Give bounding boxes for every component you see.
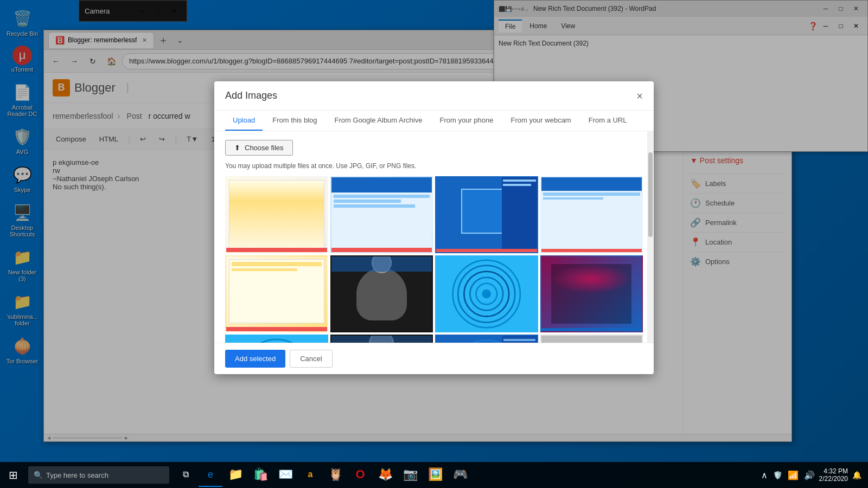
choose-files-button[interactable]: ⬆ Choose files (225, 140, 293, 156)
opera-app[interactable]: O (348, 463, 372, 487)
chevron-up-icon[interactable]: ∧ (761, 470, 768, 480)
volume-icon[interactable]: 🔊 (804, 470, 815, 480)
thumbnail-11[interactable] (435, 335, 538, 343)
modal-scroll-thumb (648, 152, 653, 237)
store-app[interactable]: 🛍️ (248, 463, 272, 487)
game-app[interactable]: 🎮 (448, 463, 472, 487)
upload-icon: ⬆ (234, 144, 240, 152)
thumbnail-7[interactable] (435, 255, 538, 332)
thumbnail-12[interactable] (540, 335, 643, 343)
date-display: 2/22/2020 (819, 475, 848, 483)
taskbar-right: ∧ 🛡️ 📶 🔊 4:32 PM 2/22/2020 🔔 (761, 467, 868, 483)
modal-tab-from-phone[interactable]: From your phone (432, 111, 501, 131)
file-explorer-app[interactable]: 📁 (224, 463, 247, 487)
tripadvisor-app[interactable]: 🦉 (323, 463, 347, 487)
thumbnail-2[interactable] (330, 176, 433, 253)
photos-app[interactable]: 🖼️ (423, 463, 447, 487)
taskbar-apps: ⧉ e 📁 🛍️ ✉️ a 🦉 O 🦊 📷 🖼️ 🎮 (174, 463, 472, 487)
antivirus-taskbar-icon[interactable]: 🛡️ (773, 471, 782, 479)
network-icon[interactable]: 📶 (788, 470, 799, 480)
thumbnail-9[interactable] (225, 335, 328, 343)
modal-tab-from-webcam[interactable]: From your webcam (503, 111, 578, 131)
taskbar: ⊞ 🔍 ⧉ e 📁 🛍️ ✉️ a 🦉 O 🦊 📷 🖼️ 🎮 ∧ 🛡️ 📶 🔊 (0, 462, 868, 488)
images-grid (225, 176, 643, 343)
notifications-button[interactable]: 🔔 (852, 471, 861, 479)
cancel-modal-button[interactable]: Cancel (290, 350, 332, 368)
thumbnail-10[interactable] (330, 335, 433, 343)
modal-scrollbar[interactable] (647, 131, 654, 343)
camera-app[interactable]: 📷 (398, 463, 422, 487)
svg-point-6 (243, 339, 310, 343)
thumbnail-5[interactable] (225, 255, 328, 332)
amazon-app[interactable]: a (298, 463, 322, 487)
upload-hint: You may upload multiple files at once. U… (225, 162, 643, 170)
modal-tab-from-blog[interactable]: From this blog (265, 111, 324, 131)
time-display: 4:32 PM (819, 467, 848, 475)
modal-tab-upload[interactable]: Upload (225, 111, 263, 131)
thumbnail-6[interactable] (330, 255, 433, 332)
firefox-app[interactable]: 🦊 (373, 463, 397, 487)
modal-header: Add Images × (214, 81, 654, 111)
modal-footer: Add selected Cancel (214, 343, 654, 374)
taskbar-search[interactable]: 🔍 (28, 466, 169, 484)
thumbnail-8[interactable] (540, 255, 643, 332)
thumbnail-1[interactable] (225, 176, 328, 253)
modal-tab-from-url[interactable]: From a URL (581, 111, 635, 131)
modal-overlay: Add Images × Upload From this blog From … (0, 0, 868, 488)
modal-tab-google-album[interactable]: From Google Album Archive (327, 111, 430, 131)
add-selected-button[interactable]: Add selected (225, 350, 285, 368)
add-images-modal: Add Images × Upload From this blog From … (214, 81, 654, 374)
desktop: 🗑️ Recycle Bin μ uTorrent 📄 Acrobat Read… (0, 0, 868, 488)
svg-point-5 (482, 290, 491, 299)
modal-title: Add Images (225, 90, 277, 101)
search-icon: 🔍 (34, 471, 43, 479)
thumbnail-4[interactable] (540, 176, 643, 253)
modal-close-button[interactable]: × (636, 91, 643, 101)
start-button[interactable]: ⊞ (0, 462, 26, 488)
edge-app[interactable]: e (199, 463, 222, 487)
taskbar-clock[interactable]: 4:32 PM 2/22/2020 (819, 467, 848, 483)
notification-icons: ∧ 🛡️ 📶 🔊 (761, 470, 815, 480)
thumbnail-3[interactable] (435, 176, 538, 253)
modal-tabs: Upload From this blog From Google Album … (214, 111, 654, 131)
search-input[interactable] (46, 471, 164, 479)
modal-body: ⬆ Choose files You may upload multiple f… (214, 131, 654, 343)
mail-app[interactable]: ✉️ (273, 463, 297, 487)
task-view-app[interactable]: ⧉ (174, 463, 197, 487)
